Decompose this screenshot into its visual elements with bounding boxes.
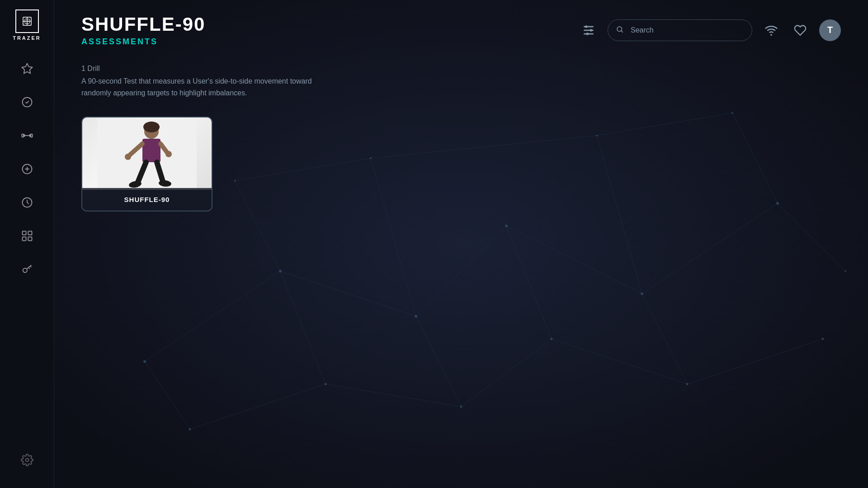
svg-line-21 <box>30 266 31 267</box>
svg-line-33 <box>461 339 552 407</box>
svg-line-38 <box>506 226 552 339</box>
filter-button[interactable] <box>579 20 599 40</box>
grid-icon <box>21 230 33 242</box>
svg-rect-77 <box>142 139 160 162</box>
main-content: SHUFFLE-90 ASSESSMENTS <box>54 0 868 488</box>
drill-card[interactable]: SHUFFLE-90 <box>81 117 212 211</box>
svg-rect-10 <box>31 134 33 137</box>
favorites-button[interactable] <box>790 20 810 40</box>
svg-point-70 <box>586 33 589 35</box>
svg-point-84 <box>125 154 131 160</box>
card-label: SHUFFLE-90 <box>82 188 212 211</box>
sidebar-bottom <box>17 450 37 470</box>
svg-line-37 <box>416 316 461 407</box>
wifi-button[interactable] <box>761 20 781 40</box>
health-icon <box>21 163 33 175</box>
search-container <box>608 19 752 41</box>
user-avatar[interactable]: T <box>819 19 841 41</box>
star-icon <box>21 62 33 75</box>
page-subtitle: ASSESSMENTS <box>81 37 570 47</box>
svg-marker-4 <box>22 63 32 73</box>
search-input[interactable] <box>608 19 752 41</box>
svg-line-34 <box>552 339 687 384</box>
settings-icon <box>21 454 33 466</box>
svg-rect-18 <box>28 237 32 240</box>
svg-line-40 <box>145 361 190 429</box>
svg-point-64 <box>844 270 846 272</box>
svg-line-31 <box>190 384 326 429</box>
svg-point-69 <box>590 29 592 31</box>
svg-line-72 <box>621 31 623 32</box>
svg-rect-16 <box>28 231 32 235</box>
wifi-icon <box>764 23 778 37</box>
svg-point-49 <box>279 270 282 272</box>
svg-point-71 <box>617 27 622 32</box>
sidebar-item-health[interactable] <box>17 159 37 179</box>
svg-line-39 <box>642 294 687 384</box>
svg-point-19 <box>23 268 27 272</box>
filter-icon <box>581 23 596 38</box>
page-title: SHUFFLE-90 <box>81 14 570 35</box>
header: SHUFFLE-90 ASSESSMENTS <box>54 0 868 56</box>
svg-point-76 <box>143 122 160 132</box>
title-area: SHUFFLE-90 ASSESSMENTS <box>81 14 570 47</box>
search-icon <box>616 25 624 35</box>
logo-text: TRAZER <box>13 35 41 41</box>
svg-point-85 <box>165 151 172 157</box>
svg-line-26 <box>280 271 416 316</box>
heart-icon <box>794 24 807 37</box>
svg-point-52 <box>641 292 643 295</box>
svg-point-59 <box>822 338 824 340</box>
content-area: 1 Drill A 90-second Test that measures a… <box>54 56 868 230</box>
svg-point-55 <box>325 383 327 385</box>
header-controls: T <box>579 19 841 41</box>
svg-rect-17 <box>22 237 26 240</box>
sidebar-item-key[interactable] <box>17 259 37 279</box>
sidebar-item-workouts[interactable] <box>17 126 37 145</box>
check-circle-icon <box>21 96 33 108</box>
svg-line-35 <box>687 339 823 384</box>
svg-line-28 <box>506 226 642 294</box>
svg-line-36 <box>280 271 326 384</box>
svg-line-25 <box>145 271 280 361</box>
drill-description: A 90-second Test that measures a User's … <box>81 75 326 99</box>
drill-count: 1 Drill <box>81 65 841 73</box>
key-icon <box>21 263 33 276</box>
card-label-text: SHUFFLE-90 <box>124 196 170 203</box>
sidebar-item-layout[interactable] <box>17 226 37 246</box>
svg-point-54 <box>189 428 191 431</box>
svg-line-27 <box>416 226 506 316</box>
svg-point-23 <box>25 459 28 462</box>
svg-point-50 <box>415 315 417 318</box>
sidebar-item-completed[interactable] <box>17 92 37 112</box>
sidebar: TRAZER <box>0 0 54 488</box>
dumbbell-icon <box>21 129 33 142</box>
svg-point-57 <box>551 338 553 340</box>
sidebar-item-favorites[interactable] <box>17 59 37 79</box>
sidebar-nav <box>17 59 37 450</box>
svg-point-48 <box>143 360 146 363</box>
card-grid: SHUFFLE-90 <box>81 117 841 211</box>
app-logo[interactable]: TRAZER <box>11 9 43 41</box>
sidebar-item-timer[interactable] <box>17 192 37 212</box>
svg-rect-15 <box>22 231 26 235</box>
svg-line-32 <box>326 384 461 407</box>
card-image <box>82 117 212 190</box>
svg-point-58 <box>686 383 689 385</box>
clock-icon <box>21 196 33 209</box>
svg-line-22 <box>28 268 29 269</box>
svg-point-68 <box>585 25 587 28</box>
sidebar-item-settings[interactable] <box>17 450 37 470</box>
svg-point-56 <box>460 406 462 408</box>
person-svg <box>97 119 197 189</box>
